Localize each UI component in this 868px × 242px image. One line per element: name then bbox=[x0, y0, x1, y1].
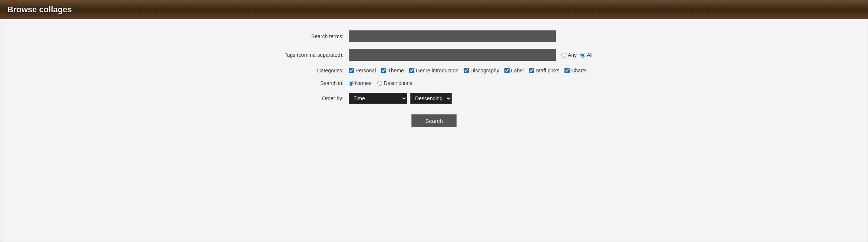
search-in-descriptions-radio[interactable] bbox=[377, 81, 382, 86]
category-discography-text: Discography bbox=[470, 68, 499, 73]
search-button-row: Search bbox=[267, 114, 601, 127]
search-terms-label: Search terms: bbox=[267, 33, 349, 39]
search-terms-row: Search terms: bbox=[267, 30, 601, 42]
category-label-checkbox[interactable] bbox=[504, 68, 510, 73]
header-bar: Browse collages bbox=[0, 0, 868, 19]
category-personal-checkbox[interactable] bbox=[349, 68, 354, 73]
tags-all-label[interactable]: All bbox=[580, 52, 593, 58]
tags-all-text: All bbox=[587, 52, 593, 58]
tags-radio-group: Any All bbox=[561, 52, 593, 58]
category-charts-checkbox[interactable] bbox=[564, 68, 570, 73]
category-genre-text: Genre introduction bbox=[416, 68, 458, 73]
category-personal-text: Personal bbox=[355, 68, 376, 73]
category-discography-checkbox[interactable] bbox=[464, 68, 469, 73]
tags-any-text: Any bbox=[568, 52, 577, 58]
category-staff-picks-text: Staff picks bbox=[536, 68, 559, 73]
search-terms-input[interactable] bbox=[349, 30, 556, 42]
categories-label: Categories: bbox=[267, 68, 349, 73]
category-theme-text: Theme bbox=[388, 68, 404, 73]
tags-input[interactable] bbox=[349, 49, 556, 61]
search-in-descriptions-label[interactable]: Descriptions bbox=[377, 80, 412, 86]
search-in-descriptions-text: Descriptions bbox=[384, 80, 412, 86]
tags-label: Tags (comma-separated): bbox=[267, 52, 349, 58]
category-personal[interactable]: Personal bbox=[349, 68, 376, 73]
category-genre-checkbox[interactable] bbox=[409, 68, 414, 73]
page-wrapper: Browse collages Search terms: Tags (comm… bbox=[0, 0, 868, 242]
search-in-row: Search in: Names Descriptions bbox=[267, 80, 601, 86]
category-staff-picks-checkbox[interactable] bbox=[529, 68, 534, 73]
search-button[interactable]: Search bbox=[411, 114, 457, 127]
order-by-label: Order by: bbox=[267, 95, 349, 101]
tags-any-radio[interactable] bbox=[561, 53, 566, 58]
tags-any-label[interactable]: Any bbox=[561, 52, 577, 58]
order-by-select[interactable]: Time Name Date Created Number of Torrent… bbox=[349, 93, 407, 104]
category-staff-picks[interactable]: Staff picks bbox=[529, 68, 559, 73]
category-genre[interactable]: Genre introduction bbox=[409, 68, 458, 73]
search-in-group: Names Descriptions bbox=[349, 80, 412, 86]
category-label-text: Label bbox=[511, 68, 524, 73]
tags-all-radio[interactable] bbox=[580, 53, 585, 58]
category-discography[interactable]: Discography bbox=[464, 68, 499, 73]
tags-row: Tags (comma-separated): Any All bbox=[267, 49, 601, 61]
search-in-names-label[interactable]: Names bbox=[349, 80, 371, 86]
search-in-names-text: Names bbox=[355, 80, 371, 86]
category-charts[interactable]: Charts bbox=[564, 68, 586, 73]
search-in-label: Search in: bbox=[267, 80, 349, 86]
form-container: Search terms: Tags (comma-separated): An… bbox=[267, 30, 601, 127]
category-label[interactable]: Label bbox=[504, 68, 524, 73]
category-theme-checkbox[interactable] bbox=[381, 68, 386, 73]
categories-checkbox-group: Personal Theme Genre introduction Discog… bbox=[349, 68, 587, 73]
category-theme[interactable]: Theme bbox=[381, 68, 404, 73]
categories-row: Categories: Personal Theme Genre introdu… bbox=[267, 68, 601, 73]
order-by-row: Order by: Time Name Date Created Number … bbox=[267, 93, 601, 104]
search-in-names-radio[interactable] bbox=[349, 81, 354, 86]
page-title: Browse collages bbox=[7, 5, 72, 14]
main-content: Search terms: Tags (comma-separated): An… bbox=[0, 19, 868, 242]
order-direction-select[interactable]: Descending Ascending bbox=[410, 93, 452, 104]
category-charts-text: Charts bbox=[571, 68, 586, 73]
